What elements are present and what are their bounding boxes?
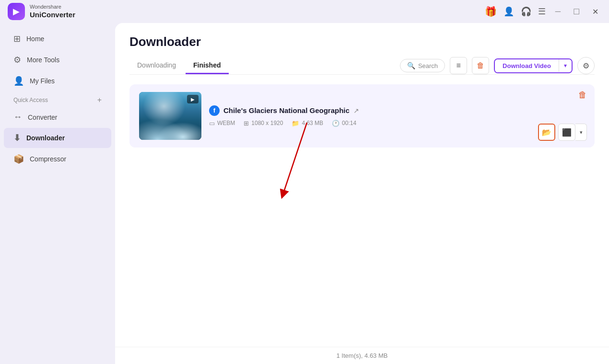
download-video-label: Download Video [495, 59, 559, 72]
card-bottom-actions: 📂 ⬛ ▾ [538, 124, 587, 141]
video-source-row: f Chile's Glaciers National Geographic ↗ [209, 105, 585, 116]
video-meta: ▭ WEBM ⊞ 1080 x 1920 📁 4.63 MB 🕐 [209, 120, 585, 127]
play-icon: ▶ [187, 95, 199, 103]
search-placeholder: Search [418, 62, 438, 69]
video-title: Chile's Glaciers National Geographic [223, 106, 350, 114]
minimize-button[interactable]: ─ [552, 6, 563, 17]
sidebar-item-downloader-label: Downloader [26, 134, 65, 142]
close-button[interactable]: ✕ [589, 6, 601, 17]
page-title: Downloader [129, 34, 595, 49]
tabs-right: 🔍 Search ≡ 🗑 Download Video ▾ ⚙ [400, 57, 595, 74]
delete-all-button[interactable]: 🗑 [472, 57, 489, 74]
video-info: f Chile's Glaciers National Geographic ↗… [209, 105, 585, 127]
size-icon: 📁 [292, 120, 299, 127]
quick-access-section: Quick Access + [4, 92, 111, 106]
sidebar-item-compressor[interactable]: 📦 Compressor [4, 149, 111, 169]
card-actions: 🗑 [578, 90, 587, 100]
home-icon: ⊞ [13, 34, 21, 44]
user-icon[interactable]: 👤 [504, 6, 514, 17]
sidebar-item-my-files-label: My Files [30, 77, 55, 85]
app-title-text: UniConverter [30, 11, 75, 19]
search-box[interactable]: 🔍 Search [400, 59, 445, 72]
app-logo-area: ▶ Wondershare UniConverter [8, 3, 75, 20]
app-name-block: Wondershare UniConverter [30, 4, 75, 19]
export-button-group: ⬛ ▾ [558, 124, 587, 141]
export-button[interactable]: ⬛ [558, 124, 575, 141]
maximize-button[interactable]: ☐ [570, 6, 583, 17]
external-link-icon[interactable]: ↗ [353, 107, 359, 114]
video-size: 4.63 MB [302, 120, 323, 126]
quick-access-label: Quick Access [13, 97, 48, 103]
video-duration: 00:14 [342, 120, 356, 126]
list-view-button[interactable]: ≡ [450, 57, 467, 74]
video-format: WEBM [217, 120, 235, 126]
search-icon: 🔍 [407, 62, 415, 69]
open-folder-button[interactable]: 📂 [538, 124, 555, 141]
download-video-dropdown[interactable]: ▾ [559, 59, 572, 72]
tabs-row: Downloading Finished 🔍 Search ≡ 🗑 Downlo… [129, 57, 595, 75]
content-body: ▶ f Chile's Glaciers National Geographic… [115, 75, 609, 347]
main-layout: ⊞ Home ⚙ More Tools 👤 My Files Quick Acc… [0, 23, 609, 364]
resolution-icon: ⊞ [244, 120, 249, 127]
meta-format: ▭ WEBM [209, 120, 235, 127]
sidebar-item-home[interactable]: ⊞ Home [4, 29, 111, 49]
compressor-icon: 📦 [13, 154, 24, 164]
settings-button[interactable]: ⚙ [577, 57, 595, 74]
titlebar: ▶ Wondershare UniConverter 🎁 👤 🎧 ☰ ─ ☐ ✕ [0, 0, 609, 23]
status-text: 1 Item(s), 4.63 MB [337, 352, 388, 359]
sidebar: ⊞ Home ⚙ More Tools 👤 My Files Quick Acc… [0, 23, 115, 364]
video-resolution: 1080 x 1920 [251, 120, 283, 126]
downloader-icon: ⬇ [13, 133, 21, 143]
duration-icon: 🕐 [332, 120, 340, 127]
download-video-button[interactable]: Download Video ▾ [494, 58, 573, 73]
gift-icon[interactable]: 🎁 [485, 6, 497, 17]
facebook-icon: f [209, 105, 220, 116]
titlebar-controls: 🎁 👤 🎧 ☰ ─ ☐ ✕ [485, 6, 601, 17]
menu-icon[interactable]: ☰ [538, 6, 546, 17]
tools-icon: ⚙ [13, 55, 21, 65]
meta-resolution: ⊞ 1080 x 1920 [244, 120, 283, 127]
content-header: Downloader Downloading Finished 🔍 Search… [115, 23, 609, 75]
tabs-left: Downloading Finished [129, 57, 229, 74]
glacier-shapes [139, 111, 201, 140]
sidebar-item-more-tools-label: More Tools [27, 56, 59, 64]
tab-finished[interactable]: Finished [186, 57, 229, 74]
folder-icon: 📂 [542, 128, 551, 137]
files-icon: 👤 [13, 76, 24, 86]
format-icon: ▭ [209, 120, 215, 127]
export-dropdown-button[interactable]: ▾ [575, 124, 587, 141]
meta-size: 📁 4.63 MB [292, 120, 323, 127]
headset-icon[interactable]: 🎧 [521, 6, 531, 17]
sidebar-item-home-label: Home [26, 35, 44, 43]
quick-access-add-button[interactable]: + [97, 96, 102, 104]
meta-duration: 🕐 00:14 [332, 120, 356, 127]
card-delete-button[interactable]: 🗑 [578, 90, 587, 100]
sidebar-item-compressor-label: Compressor [30, 155, 66, 163]
app-logo: ▶ [8, 3, 25, 20]
status-bar: 1 Item(s), 4.63 MB [115, 347, 609, 364]
sidebar-item-converter[interactable]: ↔ Converter [4, 107, 111, 127]
sidebar-item-converter-label: Converter [28, 114, 57, 121]
export-icon: ⬛ [562, 128, 572, 137]
sidebar-item-more-tools[interactable]: ⚙ More Tools [4, 50, 111, 70]
download-item-card: ▶ f Chile's Glaciers National Geographic… [129, 84, 595, 148]
content-area: Downloader Downloading Finished 🔍 Search… [115, 23, 609, 364]
sidebar-item-my-files[interactable]: 👤 My Files [4, 71, 111, 91]
app-brand: Wondershare [30, 4, 75, 10]
converter-icon: ↔ [13, 112, 22, 122]
tab-downloading[interactable]: Downloading [129, 57, 184, 74]
video-thumbnail: ▶ [139, 92, 201, 140]
sidebar-item-downloader[interactable]: ⬇ Downloader [4, 128, 111, 148]
